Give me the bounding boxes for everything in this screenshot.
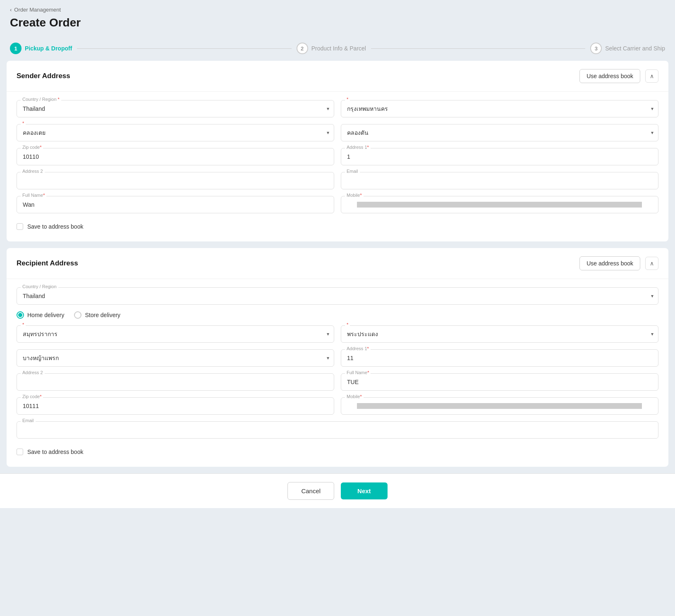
recipient-province-select[interactable]: สมุทรปราการ [17, 325, 334, 343]
recipient-email-field: Email [17, 421, 658, 439]
sender-row-3: Zip code* Address 1* [17, 148, 658, 165]
sender-row-5: Full Name* Mobile* [17, 196, 658, 213]
recipient-province-label: * [21, 322, 26, 327]
recipient-district-label: * [345, 322, 350, 327]
sender-province-select[interactable]: กรุงเทพมหานคร [341, 100, 658, 117]
recipient-row-1: * สมุทรปราการ ▾ * พระประแดง [17, 325, 658, 343]
recipient-zipcode-input[interactable] [17, 397, 334, 415]
sender-mobile-field: Mobile* [341, 196, 658, 213]
sender-row-4: Address 2 Email [17, 172, 658, 189]
sender-address2-input[interactable] [17, 172, 334, 189]
recipient-province-field: * สมุทรปราการ ▾ [17, 325, 334, 343]
sender-mobile-label: Mobile* [345, 193, 364, 198]
recipient-title: Recipient Address [17, 259, 78, 267]
recipient-mobile-input[interactable] [341, 397, 658, 415]
sender-subdistrict-field: คลองตัน ▾ [341, 124, 658, 141]
sender-district-select[interactable]: คลองเตย [17, 124, 334, 141]
store-delivery-option[interactable]: Store delivery [74, 311, 120, 319]
recipient-mobile-label: Mobile* [345, 394, 364, 399]
step-3: 3 Select Carrier and Ship [590, 43, 665, 54]
recipient-country-row: Country / Region Thailand ▾ [17, 287, 658, 305]
recipient-zipcode-label: Zip code* [21, 394, 43, 399]
sender-email-label: Email [345, 169, 360, 174]
sender-row-1: Country / Region * Thailand ▾ * กรุงเทพม… [17, 100, 658, 117]
step-3-label: Select Carrier and Ship [605, 45, 665, 52]
sender-save-checkbox[interactable] [17, 223, 23, 230]
sender-save-label: Save to address book [27, 223, 83, 230]
recipient-email-row: Email [17, 421, 658, 439]
sender-zipcode-input[interactable] [17, 148, 334, 165]
step-1-label: Pickup & Dropoff [25, 45, 72, 52]
sender-row-2: * คลองเตย ▾ คลองตัน ▾ [17, 124, 658, 141]
recipient-address-card: Recipient Address Use address book ∧ Cou… [7, 248, 668, 467]
step-line-2 [371, 48, 585, 49]
recipient-save-label: Save to address book [27, 449, 83, 455]
step-1: 1 Pickup & Dropoff [10, 43, 72, 54]
recipient-row-2: บางหญ้าแพรก ▾ Address 1* [17, 349, 658, 367]
recipient-mobile-field: Mobile* [341, 397, 658, 415]
recipient-email-input[interactable] [17, 421, 658, 439]
recipient-fullname-input[interactable] [341, 373, 658, 391]
recipient-district-select[interactable]: พระประแดง [341, 325, 658, 343]
recipient-address2-input[interactable] [17, 373, 334, 391]
sender-address2-label: Address 2 [21, 169, 45, 174]
recipient-fullname-field: Full Name* [341, 373, 658, 391]
sender-header: Sender Address Use address book ∧ [7, 61, 668, 92]
next-button[interactable]: Next [341, 482, 388, 499]
sender-country-select[interactable]: Thailand [17, 100, 334, 117]
page-title: Create Order [0, 14, 675, 36]
recipient-use-address-button[interactable]: Use address book [579, 256, 640, 270]
store-delivery-label: Store delivery [85, 312, 120, 318]
recipient-address1-label: Address 1* [345, 346, 371, 351]
sender-fullname-label: Full Name* [21, 193, 46, 198]
sender-save-address-row: Save to address book [17, 220, 658, 233]
sender-district-field: * คลองเตย ▾ [17, 124, 334, 141]
breadcrumb[interactable]: ‹ Order Management [10, 7, 665, 13]
step-line-1 [77, 48, 291, 49]
steps-bar: 1 Pickup & Dropoff 2 Product Info & Parc… [0, 36, 675, 61]
recipient-country-field: Country / Region Thailand ▾ [17, 287, 658, 305]
recipient-save-checkbox[interactable] [17, 449, 23, 455]
sender-use-address-button[interactable]: Use address book [579, 69, 640, 83]
delivery-options: Home delivery Store delivery [17, 311, 658, 319]
sender-title: Sender Address [17, 72, 70, 80]
sender-country-field: Country / Region * Thailand ▾ [17, 100, 334, 117]
sender-collapse-button[interactable]: ∧ [645, 69, 658, 83]
cancel-button[interactable]: Cancel [287, 482, 334, 500]
sender-subdistrict-select[interactable]: คลองตัน [341, 124, 658, 141]
recipient-zipcode-field: Zip code* [17, 397, 334, 415]
sender-mobile-input[interactable] [341, 196, 658, 213]
recipient-email-label: Email [21, 418, 36, 423]
recipient-address1-input[interactable] [341, 349, 658, 367]
home-delivery-label: Home delivery [27, 312, 64, 318]
sender-email-input[interactable] [341, 172, 658, 189]
store-delivery-radio[interactable] [74, 311, 81, 319]
recipient-collapse-button[interactable]: ∧ [645, 257, 658, 270]
sender-zipcode-label: Zip code* [21, 145, 43, 150]
step-2: 2 Product Info & Parcel [297, 43, 366, 54]
sender-zipcode-field: Zip code* [17, 148, 334, 165]
step-1-circle: 1 [10, 43, 22, 54]
home-delivery-radio[interactable] [17, 311, 24, 319]
recipient-header: Recipient Address Use address book ∧ [7, 248, 668, 279]
sender-address-card: Sender Address Use address book ∧ Countr… [7, 61, 668, 241]
recipient-row-4: Zip code* Mobile* [17, 397, 658, 415]
sender-address1-label: Address 1* [345, 145, 371, 150]
sender-address1-input[interactable] [341, 148, 658, 165]
recipient-fullname-label: Full Name* [345, 370, 371, 375]
sender-address2-field: Address 2 [17, 172, 334, 189]
sender-district-label: * [21, 121, 26, 126]
sender-fullname-field: Full Name* [17, 196, 334, 213]
recipient-subdistrict-select[interactable]: บางหญ้าแพรก [17, 349, 334, 367]
recipient-address2-field: Address 2 [17, 373, 334, 391]
recipient-address2-label: Address 2 [21, 370, 45, 375]
recipient-address1-field: Address 1* [341, 349, 658, 367]
sender-address1-field: Address 1* [341, 148, 658, 165]
home-delivery-option[interactable]: Home delivery [17, 311, 64, 319]
recipient-country-select[interactable]: Thailand [17, 287, 658, 305]
sender-body: Country / Region * Thailand ▾ * กรุงเทพม… [7, 92, 668, 241]
recipient-row-3: Address 2 Full Name* [17, 373, 658, 391]
recipient-country-label: Country / Region [21, 284, 58, 289]
step-2-circle: 2 [297, 43, 308, 54]
sender-fullname-input[interactable] [17, 196, 334, 213]
